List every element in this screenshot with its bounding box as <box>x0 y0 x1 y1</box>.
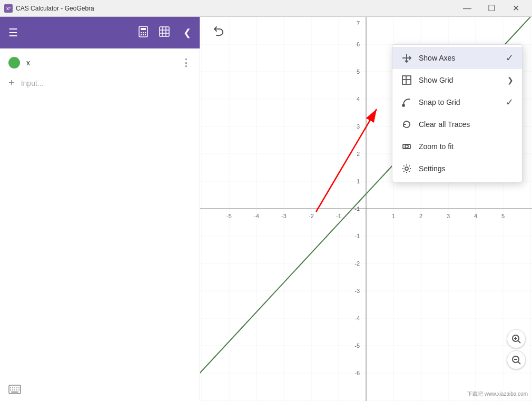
add-input-row[interactable]: + Input... <box>0 73 200 93</box>
menu-item-snap-to-grid[interactable]: Snap to Grid ✓ <box>392 91 522 113</box>
context-menu: Show Axes ✓ Show Grid ❯ <box>392 44 523 182</box>
minimize-button[interactable]: — <box>455 0 479 17</box>
zoom-controls <box>507 329 526 369</box>
calculator-icon[interactable] <box>137 25 150 41</box>
menu-button[interactable]: ☰ <box>8 26 18 39</box>
svg-text:-6: -6 <box>354 370 360 376</box>
svg-text:-1: -1 <box>354 233 360 239</box>
svg-text:1: 1 <box>357 178 360 184</box>
svg-point-97 <box>405 145 408 148</box>
svg-rect-8 <box>160 27 169 36</box>
item-color-dot <box>8 57 20 69</box>
menu-label-show-axes: Show Axes <box>419 54 499 62</box>
svg-point-2 <box>141 32 142 33</box>
menu-check-snap-to-grid: ✓ <box>506 96 514 108</box>
svg-point-98 <box>405 167 408 170</box>
svg-point-6 <box>143 34 144 35</box>
app-body: ☰ <box>0 17 532 401</box>
svg-rect-1 <box>141 28 146 30</box>
window-title: CAS Calculator - GeoGebra <box>16 5 94 12</box>
titlebar: x² CAS Calculator - GeoGebra — ☐ ✕ <box>0 0 532 17</box>
svg-text:5: 5 <box>357 69 360 75</box>
svg-point-95 <box>402 104 405 106</box>
svg-rect-92 <box>402 76 411 84</box>
svg-point-3 <box>143 32 144 33</box>
table-icon[interactable] <box>158 25 171 41</box>
undo-button[interactable] <box>211 23 228 40</box>
svg-text:-1: -1 <box>336 213 341 219</box>
settings-gear-icon <box>401 163 412 174</box>
item-expression: x <box>26 58 175 67</box>
svg-text:-5: -5 <box>226 213 232 219</box>
svg-text:-2: -2 <box>354 260 360 267</box>
watermark: 下载吧 www.xiazaiba.com <box>465 389 530 399</box>
graph-area[interactable]: -1 -2 -3 -4 -5 1 2 3 4 5 1 2 3 4 5 6 7 -… <box>200 17 532 401</box>
svg-text:3: 3 <box>357 123 360 130</box>
zoom-to-fit-icon <box>401 141 412 152</box>
sidebar-icons: ❮ <box>137 25 191 41</box>
svg-text:6: 6 <box>357 41 360 47</box>
svg-point-7 <box>145 34 146 35</box>
input-placeholder: Input... <box>21 79 44 87</box>
sidebar-collapse-button[interactable]: ❮ <box>183 27 191 38</box>
app-icon: x² <box>4 4 13 13</box>
titlebar-controls: — ☐ ✕ <box>455 0 528 17</box>
snap-icon <box>401 96 412 108</box>
svg-text:-2: -2 <box>309 213 314 219</box>
sidebar-header: ☰ <box>0 17 200 48</box>
svg-text:-4: -4 <box>354 315 360 321</box>
svg-line-84 <box>518 341 520 343</box>
menu-item-zoom-to-fit[interactable]: Zoom to fit <box>392 135 522 158</box>
menu-item-show-axes[interactable]: Show Axes ✓ <box>392 47 522 69</box>
menu-label-snap-to-grid: Snap to Grid <box>419 98 499 106</box>
svg-text:-4: -4 <box>254 213 259 219</box>
add-icon: + <box>8 77 15 89</box>
refresh-icon <box>401 119 412 130</box>
svg-text:-1: -1 <box>354 206 360 212</box>
menu-label-zoom-to-fit: Zoom to fit <box>419 142 514 151</box>
svg-text:-3: -3 <box>281 213 287 219</box>
sidebar: ☰ <box>0 17 200 401</box>
svg-text:7: 7 <box>357 20 360 26</box>
menu-item-clear-traces[interactable]: Clear all Traces <box>392 113 522 135</box>
menu-label-clear-traces: Clear all Traces <box>419 120 514 129</box>
titlebar-left: x² CAS Calculator - GeoGebra <box>4 4 94 13</box>
svg-point-5 <box>141 34 142 35</box>
svg-line-88 <box>518 362 520 364</box>
zoom-out-button[interactable] <box>507 350 526 369</box>
svg-text:3: 3 <box>447 213 450 219</box>
menu-item-show-grid[interactable]: Show Grid ❯ <box>392 69 522 91</box>
maximize-button[interactable]: ☐ <box>479 0 504 17</box>
list-item: x ⋮ <box>0 53 200 73</box>
svg-text:-3: -3 <box>354 288 360 294</box>
svg-text:4: 4 <box>474 213 477 219</box>
svg-text:5: 5 <box>501 213 505 219</box>
svg-text:4: 4 <box>357 96 360 102</box>
menu-check-show-grid: ❯ <box>507 76 514 84</box>
sidebar-footer <box>0 380 200 401</box>
svg-text:2: 2 <box>419 213 422 219</box>
menu-item-settings[interactable]: Settings <box>392 158 522 180</box>
close-button[interactable]: ✕ <box>504 0 528 17</box>
item-menu-button[interactable]: ⋮ <box>181 57 191 69</box>
keyboard-icon[interactable] <box>8 385 21 397</box>
axes-icon <box>401 52 412 64</box>
menu-check-show-axes: ✓ <box>506 52 514 64</box>
svg-point-4 <box>145 32 146 33</box>
zoom-in-button[interactable] <box>507 329 526 348</box>
svg-text:2: 2 <box>357 151 360 157</box>
menu-label-settings: Settings <box>419 164 514 173</box>
sidebar-content: x ⋮ + Input... <box>0 48 200 380</box>
svg-text:1: 1 <box>392 213 395 219</box>
menu-label-show-grid: Show Grid <box>419 76 501 84</box>
grid-icon <box>401 74 412 86</box>
svg-text:-5: -5 <box>354 343 360 349</box>
